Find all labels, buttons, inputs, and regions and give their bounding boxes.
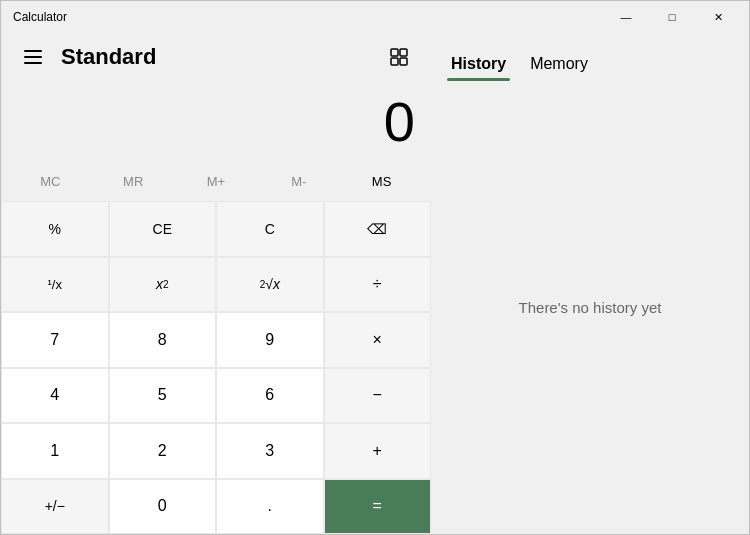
button-grid: % CE C ⌫ ¹/x x2 2√x ÷ 7 8 9 × 4 5 6 −	[1, 201, 431, 534]
memory-tab[interactable]: Memory	[526, 51, 592, 81]
calculator-header: Standard	[1, 33, 431, 81]
negate-button[interactable]: +/−	[1, 479, 109, 535]
seven-button[interactable]: 7	[1, 312, 109, 368]
panel-content: There's no history yet	[447, 81, 733, 534]
maximize-button[interactable]: □	[649, 1, 695, 33]
history-tab[interactable]: History	[447, 51, 510, 81]
nine-button[interactable]: 9	[216, 312, 324, 368]
memory-clear-button: MC	[9, 163, 92, 199]
hamburger-line-2	[24, 56, 42, 58]
calculator-panel: Standard 0 MC MR M+ M-	[1, 33, 431, 534]
zero-button[interactable]: 0	[109, 479, 217, 535]
minimize-button[interactable]: —	[603, 1, 649, 33]
subtract-button[interactable]: −	[324, 368, 432, 424]
right-panel: History Memory There's no history yet	[431, 33, 749, 534]
decimal-button[interactable]: .	[216, 479, 324, 535]
reciprocal-button[interactable]: ¹/x	[1, 257, 109, 313]
title-bar-controls: — □ ✕	[603, 1, 741, 33]
display-area: 0	[1, 81, 431, 161]
main-content: Standard 0 MC MR M+ M-	[1, 33, 749, 534]
panel-tabs: History Memory	[447, 33, 733, 81]
three-button[interactable]: 3	[216, 423, 324, 479]
calculator-mode-title: Standard	[61, 44, 383, 70]
memory-add-button: M+	[175, 163, 258, 199]
svg-rect-3	[400, 58, 407, 65]
one-button[interactable]: 1	[1, 423, 109, 479]
clear-button[interactable]: C	[216, 201, 324, 257]
window-title: Calculator	[13, 10, 67, 24]
equals-button[interactable]: =	[324, 479, 432, 535]
eight-button[interactable]: 8	[109, 312, 217, 368]
svg-rect-1	[400, 49, 407, 56]
memory-recall-button: MR	[92, 163, 175, 199]
close-button[interactable]: ✕	[695, 1, 741, 33]
percent-button[interactable]: %	[1, 201, 109, 257]
square-button[interactable]: x2	[109, 257, 217, 313]
divide-button[interactable]: ÷	[324, 257, 432, 313]
backspace-button[interactable]: ⌫	[324, 201, 432, 257]
sqrt-button[interactable]: 2√x	[216, 257, 324, 313]
svg-rect-2	[391, 58, 398, 65]
always-on-top-icon	[390, 48, 408, 66]
display-value: 0	[384, 89, 415, 154]
two-button[interactable]: 2	[109, 423, 217, 479]
memory-store-button[interactable]: MS	[340, 163, 423, 199]
no-history-message: There's no history yet	[519, 299, 662, 316]
memory-row: MC MR M+ M- MS	[1, 161, 431, 201]
five-button[interactable]: 5	[109, 368, 217, 424]
svg-rect-0	[391, 49, 398, 56]
title-bar: Calculator — □ ✕	[1, 1, 749, 33]
memory-subtract-button: M-	[257, 163, 340, 199]
four-button[interactable]: 4	[1, 368, 109, 424]
hamburger-line-1	[24, 50, 42, 52]
six-button[interactable]: 6	[216, 368, 324, 424]
menu-button[interactable]	[17, 41, 49, 73]
always-on-top-button[interactable]	[383, 41, 415, 73]
multiply-button[interactable]: ×	[324, 312, 432, 368]
calculator-window: Calculator — □ ✕ Standard	[0, 0, 750, 535]
title-bar-left: Calculator	[13, 10, 67, 24]
add-button[interactable]: +	[324, 423, 432, 479]
clear-entry-button[interactable]: CE	[109, 201, 217, 257]
hamburger-line-3	[24, 62, 42, 64]
